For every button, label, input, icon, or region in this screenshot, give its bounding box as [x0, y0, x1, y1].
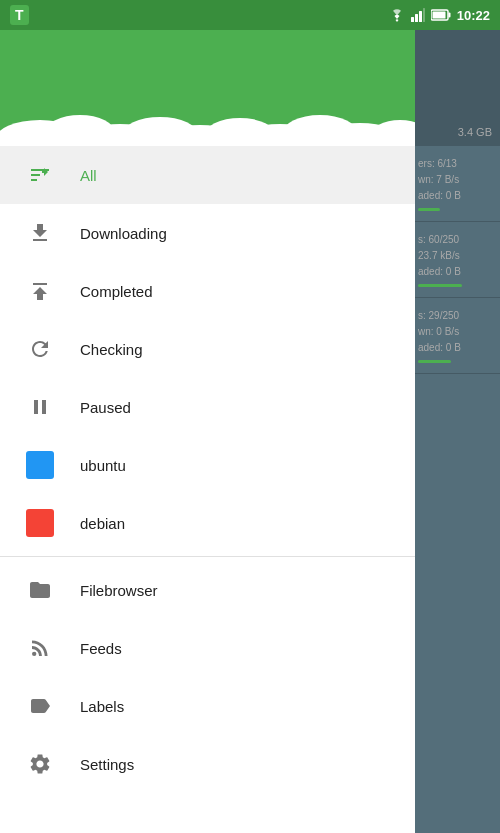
right-item-3-text: s: 29/250wn: 0 B/saded: 0 B — [418, 308, 492, 356]
menu-item-paused[interactable]: Paused — [0, 378, 415, 436]
menu-downloading-label: Downloading — [80, 225, 167, 242]
rss-icon — [20, 628, 60, 668]
menu-debian-label: debian — [80, 515, 125, 532]
label-icon — [20, 686, 60, 726]
menu-item-all[interactable]: All — [0, 146, 415, 204]
svg-rect-22 — [411, 17, 414, 22]
right-item-1-text: ers: 6/13wn: 7 B/saded: 0 B — [418, 156, 492, 204]
app-status-icon: T — [10, 5, 29, 25]
refresh-icon — [20, 329, 60, 369]
svg-rect-25 — [423, 8, 425, 22]
ubuntu-color-square — [26, 451, 54, 479]
menu-all-label: All — [80, 167, 97, 184]
menu-item-checking[interactable]: Checking — [0, 320, 415, 378]
menu-item-ubuntu[interactable]: ubuntu — [0, 436, 415, 494]
menu-filebrowser-label: Filebrowser — [80, 582, 158, 599]
svg-rect-27 — [448, 13, 450, 18]
upload-icon — [20, 271, 60, 311]
navigation-drawer: All Downloading Completed — [0, 0, 415, 833]
pause-icon — [20, 387, 60, 427]
menu-item-downloading[interactable]: Downloading — [0, 204, 415, 262]
status-bar-left: T — [10, 5, 29, 25]
ubuntu-color-icon — [20, 445, 60, 485]
menu-item-labels[interactable]: Labels — [0, 677, 415, 735]
right-list-item-1: ers: 6/13wn: 7 B/saded: 0 B — [410, 146, 500, 222]
wifi-icon — [389, 8, 405, 22]
progress-bar-1 — [418, 208, 440, 211]
battery-icon — [431, 8, 451, 22]
svg-point-21 — [32, 652, 36, 656]
download-icon — [20, 213, 60, 253]
drawer-menu: All Downloading Completed — [0, 146, 415, 833]
right-item-2-text: s: 60/25023.7 kB/saded: 0 B — [418, 232, 492, 280]
progress-bar-2 — [418, 284, 462, 287]
menu-labels-label: Labels — [80, 698, 124, 715]
menu-item-settings[interactable]: Settings — [0, 735, 415, 793]
storage-size: 3.4 GB — [458, 126, 492, 138]
svg-rect-24 — [419, 11, 422, 22]
status-bar-right: 10:22 — [389, 8, 490, 23]
menu-ubuntu-label: ubuntu — [80, 457, 126, 474]
right-list-item-3: s: 29/250wn: 0 B/saded: 0 B — [410, 298, 500, 374]
menu-settings-label: Settings — [80, 756, 134, 773]
progress-bar-3 — [418, 360, 451, 363]
menu-paused-label: Paused — [80, 399, 131, 416]
signal-icon — [411, 8, 425, 22]
menu-feeds-label: Feeds — [80, 640, 122, 657]
menu-checking-label: Checking — [80, 341, 143, 358]
debian-color-icon — [20, 503, 60, 543]
settings-icon — [20, 744, 60, 784]
menu-item-filebrowser[interactable]: Filebrowser — [0, 561, 415, 619]
debian-color-square — [26, 509, 54, 537]
svg-rect-23 — [415, 14, 418, 22]
menu-item-debian[interactable]: debian — [0, 494, 415, 552]
menu-item-feeds[interactable]: Feeds — [0, 619, 415, 677]
svg-rect-28 — [432, 12, 445, 19]
sort-icon — [20, 155, 60, 195]
status-time: 10:22 — [457, 8, 490, 23]
menu-divider — [0, 556, 415, 557]
right-list-item-2: s: 60/25023.7 kB/saded: 0 B — [410, 222, 500, 298]
menu-completed-label: Completed — [80, 283, 153, 300]
menu-item-completed[interactable]: Completed — [0, 262, 415, 320]
right-panel: ≡ ⋮ 3.4 GB ers: 6/13wn: 7 B/saded: 0 B s… — [410, 0, 500, 833]
folder-icon — [20, 570, 60, 610]
